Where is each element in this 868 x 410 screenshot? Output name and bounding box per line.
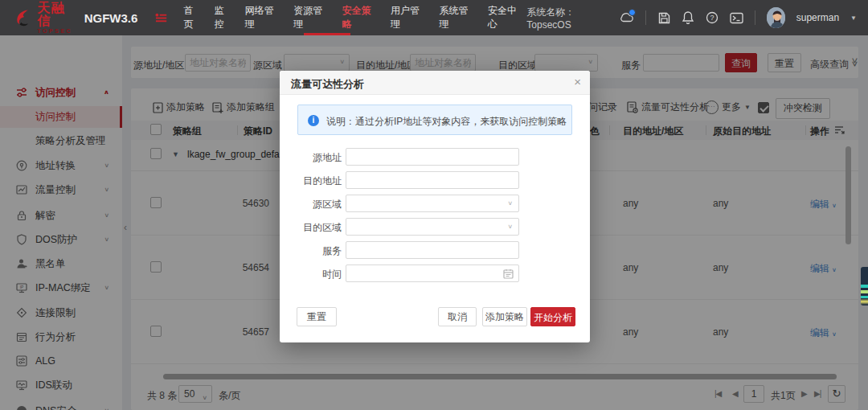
info-icon: i: [308, 115, 319, 126]
src-zone-label: 源区域: [280, 198, 342, 211]
top-bar: 天融信 TOPSEC NGFW3.6 首页 监控 网络管理 资源管理 安全策略 …: [0, 0, 868, 35]
user-menu-caret-icon[interactable]: ▼: [850, 14, 857, 22]
modal-reset-button[interactable]: 重置: [297, 307, 337, 326]
modal-dst-address-input[interactable]: [346, 171, 519, 189]
traffic-analysis-modal: 流量可达性分析 × i 说明：通过分析IP地址等对象内容，来获取访问控制策略 源…: [280, 71, 590, 342]
info-text: 说明：通过分析IP地址等对象内容，来获取访问控制策略: [326, 115, 567, 129]
topsec-logo-icon: [13, 6, 34, 29]
close-icon[interactable]: ×: [574, 76, 581, 88]
brand-name-en: TOPSEC: [37, 28, 76, 34]
chevron-down-icon: ∨: [507, 223, 513, 230]
app-window: 天融信 TOPSEC NGFW3.6 首页 监控 网络管理 资源管理 安全策略 …: [0, 0, 868, 410]
modal-start-analysis-button[interactable]: 开始分析: [530, 307, 575, 326]
divider: [755, 10, 755, 25]
src-address-label: 源地址: [280, 151, 342, 165]
bell-icon[interactable]: [682, 10, 694, 25]
modal-time-input[interactable]: [346, 264, 519, 282]
product-version: NGFW3.6: [84, 11, 138, 25]
nav-user[interactable]: 用户管理: [387, 1, 429, 35]
dst-address-label: 目的地址: [280, 174, 342, 188]
divider: [645, 10, 646, 25]
system-name-label: 系统名称：TopsecOS: [526, 6, 608, 31]
terminal-icon[interactable]: [730, 10, 743, 25]
modal-src-address-input[interactable]: [346, 148, 519, 166]
avatar[interactable]: [767, 7, 785, 28]
top-bar-right: 系统名称：TopsecOS ? superman ▼: [526, 6, 868, 31]
chevron-down-icon: ∨: [507, 200, 513, 207]
nav-resource[interactable]: 资源管理: [290, 1, 332, 35]
brand-name-cn: 天融信: [37, 2, 76, 27]
cloud-status-icon[interactable]: [620, 10, 634, 25]
quick-menu-icon[interactable]: [155, 13, 167, 23]
notification-dot: [628, 9, 636, 16]
modal-title: 流量可达性分析: [291, 77, 364, 92]
nav-security-center[interactable]: 安全中心: [485, 1, 526, 35]
svg-text:?: ?: [710, 14, 714, 22]
nav-network[interactable]: 网络管理: [242, 1, 284, 35]
modal-dst-zone-select[interactable]: ∨: [346, 218, 519, 236]
save-icon[interactable]: [657, 10, 670, 25]
username[interactable]: superman: [796, 12, 839, 23]
nav-system[interactable]: 系统管理: [436, 1, 477, 35]
dst-zone-label: 目的区域: [280, 221, 342, 235]
time-label: 时间: [280, 268, 342, 281]
help-icon[interactable]: ?: [706, 10, 719, 25]
modal-service-input[interactable]: [346, 241, 519, 259]
modal-header[interactable]: 流量可达性分析 ×: [280, 71, 590, 95]
nav-monitor[interactable]: 监控: [211, 1, 235, 35]
modal-add-policy-button[interactable]: 添加策略: [482, 307, 527, 326]
calendar-icon: [503, 269, 514, 279]
nav-home[interactable]: 首页: [180, 1, 204, 35]
service-label: 服务: [280, 244, 342, 258]
floating-widget[interactable]: [861, 267, 868, 305]
info-banner: i 说明：通过分析IP地址等对象内容，来获取访问控制策略: [297, 105, 572, 135]
modal-cancel-button[interactable]: 取消: [438, 307, 477, 326]
brand-logo: 天融信 TOPSEC: [37, 2, 76, 34]
modal-src-zone-select[interactable]: ∨: [346, 195, 519, 212]
nav-security-policy[interactable]: 安全策略: [339, 1, 381, 35]
main-nav: 首页 监控 网络管理 资源管理 安全策略 用户管理 系统管理 安全中心: [180, 1, 526, 35]
